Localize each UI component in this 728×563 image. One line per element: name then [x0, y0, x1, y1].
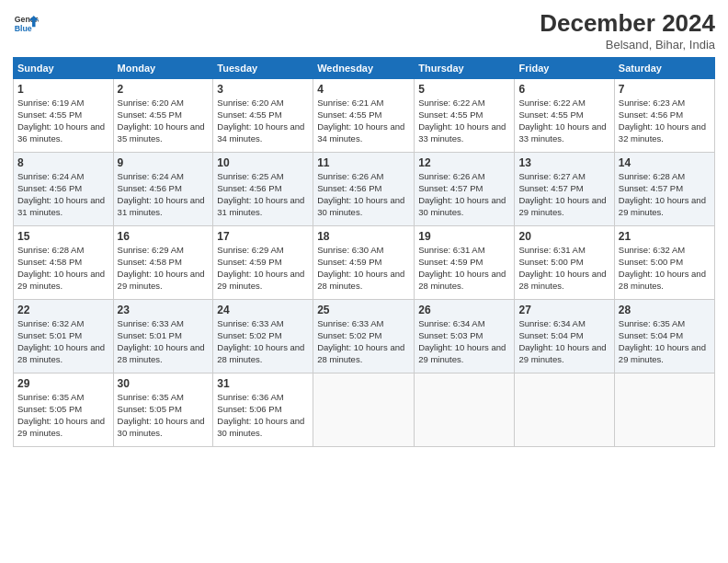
calendar-day-cell: 2Sunrise: 6:20 AMSunset: 4:55 PMDaylight…: [113, 79, 213, 153]
daylight-text: Daylight: 10 hours and 33 minutes.: [418, 121, 506, 144]
sunset-text: Sunset: 4:56 PM: [619, 109, 683, 120]
calendar-day-cell: 8Sunrise: 6:24 AMSunset: 4:56 PMDaylight…: [14, 153, 114, 226]
daylight-text: Daylight: 10 hours and 29 minutes.: [17, 269, 105, 291]
day-number: 13: [518, 155, 609, 170]
sunset-text: Sunset: 4:55 PM: [118, 109, 182, 120]
sunset-text: Sunset: 5:05 PM: [17, 404, 82, 414]
logo-icon: General Blue: [13, 9, 39, 35]
day-number: 10: [217, 155, 309, 170]
sunrise-text: Sunrise: 6:33 AM: [118, 318, 184, 328]
day-number: 17: [217, 229, 309, 244]
daylight-text: Daylight: 10 hours and 28 minutes.: [118, 342, 205, 364]
sunrise-text: Sunrise: 6:31 AM: [518, 245, 585, 255]
calendar-day-cell: 19Sunrise: 6:31 AMSunset: 4:59 PMDayligh…: [415, 226, 515, 300]
daylight-text: Daylight: 10 hours and 28 minutes.: [217, 342, 304, 364]
sunset-text: Sunset: 5:01 PM: [118, 330, 182, 340]
calendar-header-row: SundayMondayTuesdayWednesdayThursdayFrid…: [14, 58, 715, 79]
calendar-week-row: 15Sunrise: 6:28 AMSunset: 4:58 PMDayligh…: [14, 226, 715, 300]
calendar-day-cell: [515, 373, 614, 447]
header: General Blue December 2024 Belsand, Biha…: [13, 9, 715, 52]
calendar-week-row: 1Sunrise: 6:19 AMSunset: 4:55 PMDaylight…: [14, 79, 715, 153]
calendar-day-cell: 12Sunrise: 6:26 AMSunset: 4:57 PMDayligh…: [415, 153, 515, 226]
daylight-text: Daylight: 10 hours and 30 minutes.: [317, 195, 404, 217]
sunrise-text: Sunrise: 6:35 AM: [619, 318, 685, 328]
day-number: 1: [17, 82, 109, 97]
calendar-day-cell: 5Sunrise: 6:22 AMSunset: 4:55 PMDaylight…: [415, 79, 515, 153]
calendar-day-header: Friday: [515, 58, 614, 79]
day-number: 2: [118, 82, 210, 97]
sunrise-text: Sunrise: 6:32 AM: [17, 318, 84, 328]
calendar-day-cell: 15Sunrise: 6:28 AMSunset: 4:58 PMDayligh…: [14, 226, 114, 300]
calendar-day-cell: [614, 373, 714, 447]
day-number: 25: [317, 303, 410, 317]
day-number: 30: [118, 376, 210, 391]
calendar-day-cell: 23Sunrise: 6:33 AMSunset: 5:01 PMDayligh…: [113, 300, 213, 373]
day-number: 24: [217, 303, 309, 317]
sunrise-text: Sunrise: 6:21 AM: [317, 98, 383, 108]
calendar-day-header: Tuesday: [213, 58, 313, 79]
calendar-day-header: Monday: [113, 58, 213, 79]
daylight-text: Daylight: 10 hours and 31 minutes.: [217, 195, 304, 217]
calendar-day-cell: 14Sunrise: 6:28 AMSunset: 4:57 PMDayligh…: [614, 153, 714, 226]
logo: General Blue: [13, 9, 39, 35]
daylight-text: Daylight: 10 hours and 28 minutes.: [518, 269, 606, 291]
sunset-text: Sunset: 4:56 PM: [217, 183, 281, 193]
title-block: December 2024 Belsand, Bihar, India: [540, 9, 715, 52]
sunrise-text: Sunrise: 6:22 AM: [418, 98, 484, 108]
sunrise-text: Sunrise: 6:31 AM: [418, 245, 484, 255]
daylight-text: Daylight: 10 hours and 29 minutes.: [619, 195, 706, 217]
calendar-week-row: 29Sunrise: 6:35 AMSunset: 5:05 PMDayligh…: [14, 373, 715, 447]
sunset-text: Sunset: 4:59 PM: [217, 257, 281, 267]
daylight-text: Daylight: 10 hours and 35 minutes.: [118, 121, 205, 144]
daylight-text: Daylight: 10 hours and 28 minutes.: [317, 269, 404, 291]
daylight-text: Daylight: 10 hours and 28 minutes.: [317, 342, 404, 364]
calendar-day-cell: 18Sunrise: 6:30 AMSunset: 4:59 PMDayligh…: [313, 226, 415, 300]
page-subtitle: Belsand, Bihar, India: [540, 38, 715, 52]
day-number: 14: [619, 155, 711, 170]
sunset-text: Sunset: 4:58 PM: [17, 257, 82, 267]
sunrise-text: Sunrise: 6:26 AM: [317, 171, 383, 181]
calendar-week-row: 22Sunrise: 6:32 AMSunset: 5:01 PMDayligh…: [14, 300, 715, 373]
daylight-text: Daylight: 10 hours and 30 minutes.: [217, 416, 304, 438]
daylight-text: Daylight: 10 hours and 31 minutes.: [118, 195, 205, 217]
calendar-table: SundayMondayTuesdayWednesdayThursdayFrid…: [13, 57, 715, 447]
day-number: 27: [518, 303, 609, 317]
day-number: 15: [17, 229, 109, 244]
daylight-text: Daylight: 10 hours and 34 minutes.: [217, 121, 304, 144]
sunrise-text: Sunrise: 6:29 AM: [118, 245, 184, 255]
daylight-text: Daylight: 10 hours and 31 minutes.: [17, 195, 105, 217]
daylight-text: Daylight: 10 hours and 29 minutes.: [118, 269, 205, 291]
sunset-text: Sunset: 4:55 PM: [17, 109, 82, 120]
day-number: 5: [418, 82, 510, 97]
sunrise-text: Sunrise: 6:28 AM: [17, 245, 84, 255]
day-number: 3: [217, 82, 309, 97]
sunset-text: Sunset: 4:59 PM: [317, 257, 381, 267]
calendar-day-cell: 28Sunrise: 6:35 AMSunset: 5:04 PMDayligh…: [614, 300, 714, 373]
sunrise-text: Sunrise: 6:36 AM: [217, 392, 283, 402]
day-number: 4: [317, 82, 410, 97]
calendar-day-header: Wednesday: [313, 58, 415, 79]
day-number: 20: [518, 229, 609, 244]
calendar-day-cell: 31Sunrise: 6:36 AMSunset: 5:06 PMDayligh…: [213, 373, 313, 447]
sunset-text: Sunset: 4:59 PM: [418, 257, 483, 267]
calendar-day-cell: 3Sunrise: 6:20 AMSunset: 4:55 PMDaylight…: [213, 79, 313, 153]
daylight-text: Daylight: 10 hours and 32 minutes.: [619, 121, 706, 144]
sunset-text: Sunset: 5:02 PM: [317, 330, 381, 340]
page-title: December 2024: [540, 9, 715, 38]
day-number: 22: [17, 303, 109, 317]
day-number: 26: [418, 303, 510, 317]
daylight-text: Daylight: 10 hours and 30 minutes.: [118, 416, 205, 438]
daylight-text: Daylight: 10 hours and 30 minutes.: [418, 195, 506, 217]
daylight-text: Daylight: 10 hours and 29 minutes.: [217, 269, 304, 291]
calendar-day-cell: 24Sunrise: 6:33 AMSunset: 5:02 PMDayligh…: [213, 300, 313, 373]
sunrise-text: Sunrise: 6:34 AM: [418, 318, 484, 328]
sunrise-text: Sunrise: 6:20 AM: [118, 98, 184, 108]
sunset-text: Sunset: 4:57 PM: [619, 183, 683, 193]
sunset-text: Sunset: 4:56 PM: [17, 183, 82, 193]
sunrise-text: Sunrise: 6:23 AM: [619, 98, 685, 108]
sunrise-text: Sunrise: 6:29 AM: [217, 245, 283, 255]
sunset-text: Sunset: 5:04 PM: [619, 330, 683, 340]
daylight-text: Daylight: 10 hours and 29 minutes.: [17, 416, 105, 438]
sunrise-text: Sunrise: 6:35 AM: [118, 392, 184, 402]
calendar-day-cell: 11Sunrise: 6:26 AMSunset: 4:56 PMDayligh…: [313, 153, 415, 226]
